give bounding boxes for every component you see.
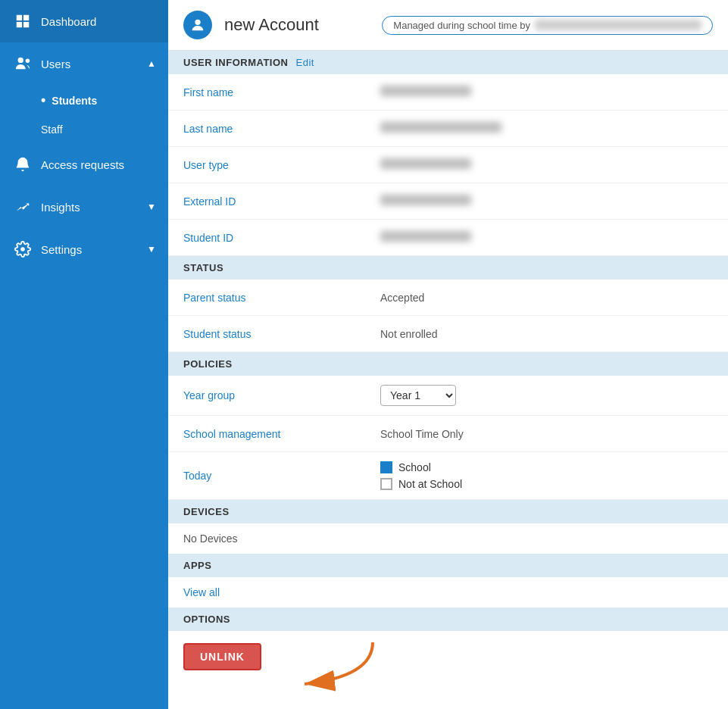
field-parent-status-value: Accepted: [380, 292, 424, 304]
field-student-status-value: Not enrolled: [380, 328, 438, 340]
section-devices-title: DEVICES: [183, 506, 230, 517]
section-options: OPTIONS: [168, 607, 728, 631]
sidebar-item-staff-label: Staff: [41, 123, 63, 136]
sidebar-item-staff[interactable]: Staff: [0, 116, 168, 143]
field-student-status: Student status Not enrolled: [168, 316, 728, 352]
blurred-first-name: [380, 86, 471, 96]
field-year-group-label: Year group: [183, 389, 380, 401]
chevron-down-icon-insights: ▼: [147, 201, 156, 212]
field-last-name-value: [380, 122, 501, 135]
field-user-type-label: User type: [183, 159, 380, 171]
field-parent-status: Parent status Accepted: [168, 280, 728, 316]
sidebar: Dashboard Users ▲ Students Staff Access …: [0, 0, 168, 709]
checkbox-school-label: School: [398, 461, 431, 473]
field-school-management-value: School Time Only: [380, 428, 464, 440]
field-school-management: School management School Time Only: [168, 416, 728, 452]
svg-point-6: [20, 247, 25, 251]
field-year-group-value: Year 1 Year 2 Year 3 Year 4 Year 5 Year …: [380, 385, 456, 406]
section-policies: POLICIES: [168, 352, 728, 376]
checkbox-not-at-school-box: [380, 478, 392, 490]
section-apps-title: APPS: [183, 560, 211, 571]
blurred-last-name: [380, 122, 501, 133]
field-student-id-label: Student ID: [183, 232, 380, 244]
section-status: STATUS: [168, 256, 728, 280]
field-today: Today School Not at School: [168, 452, 728, 500]
today-checkboxes: School Not at School: [380, 461, 462, 490]
blurred-external-id: [380, 195, 471, 205]
field-last-name-label: Last name: [183, 123, 380, 135]
main-content: new Account Managed during school time b…: [168, 0, 728, 709]
field-first-name-label: First name: [183, 86, 380, 98]
sidebar-item-users-label: Users: [41, 58, 70, 70]
checkbox-not-at-school[interactable]: Not at School: [380, 478, 462, 490]
section-devices: DEVICES: [168, 500, 728, 523]
svg-rect-2: [17, 22, 22, 27]
svg-rect-1: [23, 15, 29, 20]
svg-point-4: [18, 58, 23, 63]
svg-rect-3: [23, 22, 29, 27]
field-today-label: Today: [183, 470, 380, 482]
page-header: new Account Managed during school time b…: [168, 0, 728, 51]
chevron-down-icon: ▲: [147, 58, 156, 69]
section-apps: APPS: [168, 554, 728, 577]
managed-by-value: [535, 20, 701, 30]
sidebar-item-students[interactable]: Students: [0, 85, 168, 116]
field-user-type-value: [380, 158, 471, 171]
sidebar-item-insights[interactable]: Insights ▼: [0, 186, 168, 228]
field-parent-status-label: Parent status: [183, 292, 380, 304]
user-avatar: [183, 11, 212, 39]
bell-icon: [12, 154, 33, 175]
sidebar-item-students-label: Students: [52, 95, 97, 107]
checkbox-not-at-school-label: Not at School: [398, 478, 462, 490]
checkbox-school-box: [380, 461, 392, 473]
settings-icon: [12, 239, 33, 260]
field-first-name-value: [380, 86, 471, 98]
section-user-information-title: USER INFORMATION: [183, 57, 288, 68]
managed-by-label: Managed during school time by: [393, 20, 530, 31]
edit-link[interactable]: Edit: [295, 57, 314, 68]
page-title: new Account: [224, 15, 319, 35]
field-school-management-label: School management: [183, 428, 380, 440]
checkbox-school[interactable]: School: [380, 461, 462, 473]
field-today-value: School Not at School: [380, 461, 462, 490]
field-user-type: User type: [168, 147, 728, 183]
blurred-student-id: [380, 231, 471, 242]
field-external-id-value: [380, 195, 471, 208]
unlink-section: UNLINK: [168, 631, 728, 682]
field-last-name: Last name: [168, 111, 728, 147]
field-first-name: First name: [168, 74, 728, 111]
section-status-title: STATUS: [183, 262, 223, 273]
view-all-link[interactable]: View all: [168, 577, 728, 607]
field-student-id: Student ID: [168, 220, 728, 256]
field-year-group: Year group Year 1 Year 2 Year 3 Year 4 Y…: [168, 376, 728, 416]
sidebar-item-dashboard-label: Dashboard: [41, 15, 96, 28]
field-student-status-label: Student status: [183, 328, 380, 340]
sidebar-item-settings[interactable]: Settings ▼: [0, 228, 168, 270]
sidebar-item-access-requests-label: Access requests: [41, 158, 124, 171]
section-options-title: OPTIONS: [183, 614, 230, 625]
sidebar-item-access-requests[interactable]: Access requests: [0, 143, 168, 186]
sidebar-item-insights-label: Insights: [41, 201, 80, 214]
dashboard-icon: [12, 11, 33, 32]
field-student-id-value: [380, 231, 471, 244]
field-external-id-label: External ID: [183, 195, 380, 208]
section-policies-title: POLICIES: [183, 358, 233, 370]
managed-by-pill: Managed during school time by: [382, 16, 713, 35]
sidebar-item-settings-label: Settings: [41, 243, 82, 256]
section-user-information: USER INFORMATION Edit: [168, 51, 728, 74]
year-group-select[interactable]: Year 1 Year 2 Year 3 Year 4 Year 5 Year …: [380, 385, 456, 406]
unlink-button[interactable]: UNLINK: [183, 643, 261, 670]
arrow-indicator: [289, 639, 380, 702]
chevron-down-icon-settings: ▼: [147, 244, 156, 255]
users-icon: [12, 53, 33, 74]
svg-rect-0: [17, 15, 22, 20]
blurred-user-type: [380, 158, 471, 169]
sidebar-item-dashboard[interactable]: Dashboard: [0, 0, 168, 42]
insights-icon: [12, 196, 33, 217]
svg-point-7: [195, 20, 200, 25]
field-external-id: External ID: [168, 183, 728, 220]
sidebar-item-users[interactable]: Users ▲: [0, 42, 168, 85]
no-devices-text: No Devices: [168, 523, 728, 554]
svg-point-5: [26, 59, 30, 64]
